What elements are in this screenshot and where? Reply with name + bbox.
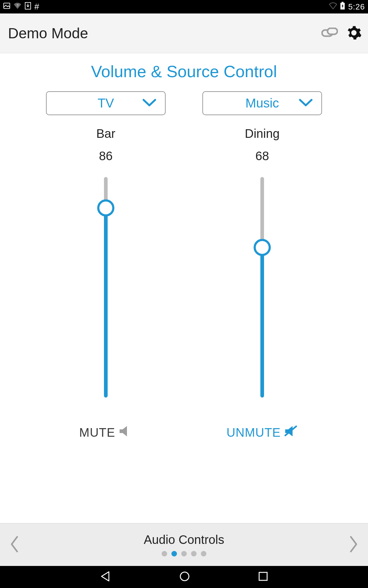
chevron-down-icon bbox=[299, 98, 313, 108]
nav-page-label: Audio Controls bbox=[144, 533, 224, 547]
link-icon[interactable] bbox=[321, 28, 338, 39]
wifi-empty-icon bbox=[329, 2, 337, 11]
zone-name-label: Dining bbox=[245, 127, 279, 141]
source-select-label: Music bbox=[245, 96, 279, 111]
slider-fill bbox=[104, 208, 108, 398]
pager-dot-2[interactable] bbox=[181, 551, 187, 556]
zone-name-label: Bar bbox=[96, 127, 115, 141]
app-title: Demo Mode bbox=[8, 25, 88, 42]
app-header: Demo Mode bbox=[0, 13, 368, 53]
battery-charging-icon bbox=[340, 2, 345, 12]
source-select-1[interactable]: Music bbox=[202, 91, 322, 115]
svg-point-8 bbox=[180, 572, 189, 581]
speaker-muted-icon bbox=[284, 425, 298, 440]
svg-rect-9 bbox=[259, 572, 267, 580]
zone-dining: Music Dining 68 UNMUTE bbox=[195, 91, 330, 440]
download-icon bbox=[25, 2, 31, 11]
mute-toggle-1[interactable]: UNMUTE bbox=[226, 425, 298, 440]
chevron-down-icon bbox=[142, 98, 156, 108]
svg-rect-4 bbox=[342, 2, 343, 3]
pager-dots[interactable] bbox=[162, 551, 206, 556]
mute-label: UNMUTE bbox=[226, 426, 281, 439]
volume-slider-1[interactable] bbox=[253, 177, 271, 398]
slider-fill bbox=[260, 247, 264, 398]
pager-dot-4[interactable] bbox=[201, 551, 206, 556]
source-select-label: TV bbox=[98, 96, 114, 111]
pager-dot-0[interactable] bbox=[162, 551, 167, 556]
android-back-button[interactable] bbox=[100, 571, 111, 583]
pager-dot-3[interactable] bbox=[191, 551, 197, 556]
android-home-button[interactable] bbox=[179, 571, 190, 583]
gear-icon[interactable] bbox=[346, 25, 362, 42]
hash-icon: # bbox=[34, 2, 39, 11]
image-icon bbox=[3, 2, 10, 11]
svg-rect-6 bbox=[328, 28, 337, 34]
mute-toggle-0[interactable]: MUTE bbox=[79, 425, 132, 440]
zone-volume-value: 68 bbox=[255, 149, 269, 163]
android-nav-bar bbox=[0, 566, 368, 588]
speaker-icon bbox=[118, 425, 132, 440]
bottom-nav-bar: Audio Controls bbox=[0, 523, 368, 566]
page-title: Volume & Source Control bbox=[0, 62, 368, 81]
android-status-bar: ? # 5:26 bbox=[0, 0, 368, 13]
slider-thumb[interactable] bbox=[97, 199, 114, 217]
source-select-0[interactable]: TV bbox=[46, 91, 166, 115]
svg-text:?: ? bbox=[17, 4, 18, 7]
zone-volume-value: 86 bbox=[99, 149, 113, 163]
main-content: Volume & Source Control TV Bar 86 MUTE bbox=[0, 53, 368, 440]
slider-thumb[interactable] bbox=[254, 239, 271, 256]
pager-dot-1[interactable] bbox=[171, 551, 177, 556]
wifi-question-icon: ? bbox=[13, 2, 21, 11]
mute-label: MUTE bbox=[79, 426, 115, 439]
android-recents-button[interactable] bbox=[258, 571, 268, 583]
next-page-button[interactable] bbox=[348, 535, 359, 555]
prev-page-button[interactable] bbox=[9, 535, 20, 555]
volume-slider-0[interactable] bbox=[97, 177, 115, 398]
status-clock: 5:26 bbox=[348, 2, 365, 12]
zone-bar: TV Bar 86 MUTE bbox=[38, 91, 173, 440]
